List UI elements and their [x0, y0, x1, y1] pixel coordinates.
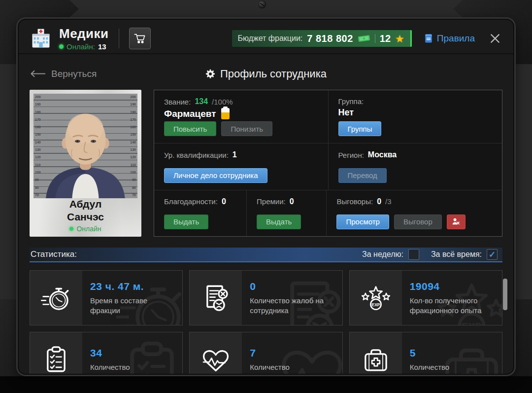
scrollbar-thumb[interactable]	[503, 279, 507, 310]
mugshot-photo: 200190180170160150140130120110100908070 …	[33, 94, 137, 198]
statistics-filters: За неделю: За всё время: ✓	[362, 249, 498, 260]
exp-stars-icon	[350, 271, 402, 325]
transfer-button[interactable]: Перевод	[338, 168, 387, 183]
week-filter-label: За неделю:	[362, 250, 403, 259]
group-value: Нет	[338, 107, 354, 118]
week-filter-checkbox[interactable]	[408, 249, 419, 260]
bonus-value: 0	[290, 197, 294, 206]
stopwatch-icon	[30, 271, 82, 325]
stat-value: 23 ч. 47 м.	[90, 281, 174, 292]
statistics-bar: Статистика: За неделю: За всё время: ✓	[30, 248, 502, 262]
close-icon	[489, 33, 501, 44]
qualification-value: 1	[233, 150, 237, 159]
stat-label: Количество	[90, 362, 130, 372]
stat-cards: 23 ч. 47 м. Время в составе фракции 0 Ко…	[30, 270, 502, 375]
employee-first-name: Абдул	[69, 198, 102, 210]
page-title: Профиль сотрудника	[30, 68, 502, 80]
frame-bottom-strip	[0, 376, 532, 393]
app-screen: Медики Онлайн: 13 Бюджет фракции: 7 818 …	[18, 19, 514, 375]
region-value: Москва	[368, 150, 397, 159]
money-icon	[358, 34, 370, 43]
budget-stars-value: 12	[380, 33, 391, 44]
stat-card-tasks: 34 Количество	[30, 332, 183, 375]
rules-button[interactable]: Правила	[424, 33, 475, 44]
bonus-cell: Премии: 0 Выдать	[246, 190, 326, 236]
stat-card-complaints: 0 Количество жалоб на сотрудника	[189, 270, 342, 325]
personal-file-button[interactable]: Личное дело сотрудника	[164, 168, 267, 183]
reprimands-max: /3	[385, 197, 392, 206]
shop-cart-button[interactable]	[129, 28, 151, 49]
faction-info: Медики Онлайн: 13	[59, 26, 109, 51]
header-divider	[119, 29, 119, 48]
nav-row: Профиль сотрудника Вернуться	[30, 63, 502, 85]
page-title-text: Профиль сотрудника	[220, 68, 327, 80]
stat-label: Количество	[410, 362, 450, 372]
stat-value: 0	[250, 281, 334, 292]
bonus-label: Премии:	[257, 197, 286, 206]
qualification-cell: Ур. квалификации: 1 Личное дело сотрудни…	[154, 143, 328, 189]
cart-icon	[133, 32, 147, 45]
give-bonus-button[interactable]: Выдать	[257, 214, 301, 229]
alltime-filter-label: За всё время:	[431, 250, 482, 259]
demote-button[interactable]: Понизить	[221, 121, 272, 136]
employee-photo-card: 200190180170160150140130120110100908070 …	[30, 90, 141, 237]
rank-value: 134	[195, 97, 208, 106]
rank-label: Звание:	[164, 98, 191, 106]
header: Медики Онлайн: 13 Бюджет фракции: 7 818 …	[19, 20, 513, 54]
online-dot-icon	[59, 44, 64, 49]
stat-card-heals: 7 Количество	[189, 332, 342, 375]
rules-label: Правила	[437, 33, 475, 44]
online-label: Онлайн:	[66, 42, 95, 51]
employee-name-block: Абдул Санчэс Онлайн	[33, 198, 137, 233]
medkit-icon	[350, 332, 402, 375]
stat-card-medkits: 5 Количество	[349, 332, 502, 375]
stat-value: 5	[410, 347, 450, 359]
person-remove-icon	[451, 217, 461, 226]
thanks-cell: Благодарности: 0 Выдать	[154, 190, 246, 236]
stat-label: Количество жалоб на сотрудника	[250, 296, 334, 315]
panel-row-qualification: Ур. квалификации: 1 Личное дело сотрудни…	[154, 143, 502, 189]
employee-portrait	[33, 94, 137, 198]
tablet-frame: Медики Онлайн: 13 Бюджет фракции: 7 818 …	[0, 0, 532, 393]
employee-online-label: Онлайн	[76, 225, 101, 233]
battery-icon	[221, 108, 230, 119]
rank-cell: Звание: 134 /100% Фармацевт Повысить Пон…	[154, 90, 328, 143]
stat-card-faction-time: 23 ч. 47 м. Время в составе фракции	[30, 270, 183, 325]
budget-divider	[375, 34, 375, 43]
rules-book-icon	[424, 33, 433, 44]
faction-budget-bar: Бюджет фракции: 7 818 802 12 ★	[232, 30, 412, 47]
panel-row-awards: Благодарности: 0 Выдать Премии: 0	[154, 190, 502, 236]
faction-name: Медики	[59, 26, 109, 41]
stat-label: Количество	[250, 362, 290, 372]
stat-card-experience: 19094 Кол-во полученного фракционного оп…	[349, 270, 502, 325]
reprimands-cell: Выговоры: 0 /3 Просмотр Выговор	[326, 190, 502, 236]
reprimands-value: 0	[377, 197, 381, 206]
group-cell: Группа: Нет Группы	[328, 90, 502, 143]
region-label: Регион:	[338, 151, 364, 159]
stat-label: Время в составе фракции	[90, 296, 174, 315]
stat-value: 19094	[410, 281, 494, 292]
clipboard-icon	[30, 332, 82, 375]
promote-button[interactable]: Повысить	[164, 121, 216, 136]
faction-online: Онлайн: 13	[59, 42, 109, 51]
employee-status: Онлайн	[69, 225, 101, 233]
kick-employee-button[interactable]	[447, 214, 466, 229]
groups-button[interactable]: Группы	[338, 121, 382, 136]
rank-max: /100%	[212, 98, 233, 106]
heart-pulse-icon	[190, 332, 242, 375]
star-icon: ★	[395, 34, 404, 44]
back-button[interactable]: Вернуться	[30, 69, 97, 79]
stat-value: 34	[90, 347, 130, 359]
content: Профиль сотрудника Вернуться 20019018017…	[19, 63, 513, 375]
profile-main: 200190180170160150140130120110100908070 …	[30, 90, 502, 237]
height-scale-right: 200190180170160150140130120110100908070	[130, 95, 136, 197]
back-arrow-icon	[30, 70, 46, 78]
give-thanks-button[interactable]: Выдать	[164, 214, 208, 229]
thanks-label: Благодарности:	[164, 197, 218, 206]
reprimands-label: Выговоры:	[336, 197, 373, 206]
alltime-filter-checkbox[interactable]: ✓	[487, 249, 498, 260]
give-reprimand-button[interactable]: Выговор	[394, 214, 442, 229]
stat-label: Кол-во полученного фракционного опыта	[410, 296, 494, 315]
view-reprimands-button[interactable]: Просмотр	[336, 214, 389, 229]
close-button[interactable]	[488, 31, 502, 46]
